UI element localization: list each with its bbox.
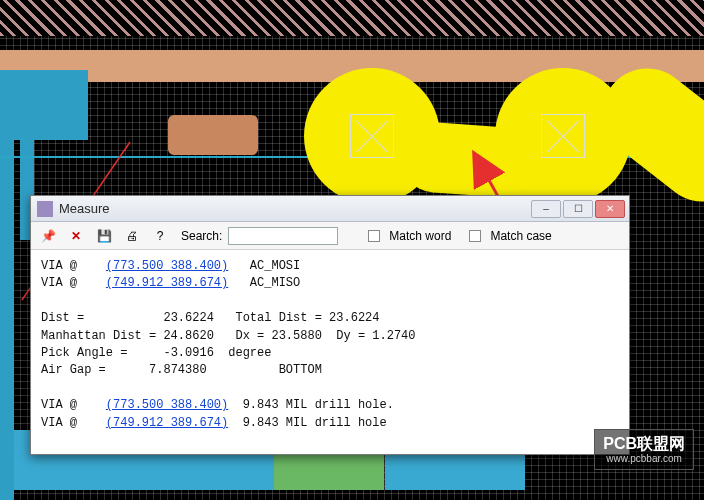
hatch-region bbox=[0, 0, 704, 36]
via2-coord-link[interactable]: (749.912 389.674) bbox=[106, 276, 228, 290]
via-pad-1[interactable] bbox=[304, 68, 440, 204]
dy-label: Dy = bbox=[336, 329, 365, 343]
via-pad-2[interactable] bbox=[495, 68, 631, 204]
help-button[interactable]: ? bbox=[149, 225, 171, 247]
maximize-button[interactable]: ☐ bbox=[563, 200, 593, 218]
via1-coord-link[interactable]: (773.500 388.400) bbox=[106, 259, 228, 273]
total-dist-value: 23.6224 bbox=[329, 311, 379, 325]
dx-value: 23.5880 bbox=[271, 329, 321, 343]
watermark-url: www.pcbbar.com bbox=[603, 453, 685, 465]
titlebar[interactable]: Measure – ☐ ✕ bbox=[31, 196, 629, 222]
watermark-title: PCB联盟网 bbox=[603, 435, 685, 452]
measure-window: Measure – ☐ ✕ 📌 ✕ 💾 🖨 ? Search: Match wo… bbox=[30, 195, 630, 455]
cyan-shape-2 bbox=[0, 140, 14, 500]
match-word-label: Match word bbox=[389, 229, 451, 243]
toolbar: 📌 ✕ 💾 🖨 ? Search: Match word Match case bbox=[31, 222, 629, 250]
dist-label: Dist = bbox=[41, 311, 84, 325]
drill2-desc: 9.843 MIL drill hole bbox=[243, 416, 387, 430]
manhattan-label: Manhattan Dist = bbox=[41, 329, 156, 343]
pin-icon: 📌 bbox=[41, 229, 56, 243]
pick-angle-unit: degree bbox=[228, 346, 271, 360]
cyan-shape-1 bbox=[0, 70, 88, 140]
pick-angle-value: -3.0916 bbox=[163, 346, 213, 360]
drill1-coord-link[interactable]: (773.500 388.400) bbox=[106, 398, 228, 412]
match-case-label: Match case bbox=[490, 229, 551, 243]
drill2-coord-link[interactable]: (749.912 389.674) bbox=[106, 416, 228, 430]
green-shape bbox=[274, 454, 384, 490]
via2-prefix: VIA @ bbox=[41, 276, 77, 290]
print-icon: 🖨 bbox=[126, 229, 138, 243]
total-dist-label: Total Dist = bbox=[235, 311, 321, 325]
help-icon: ? bbox=[157, 229, 164, 243]
measure-output: VIA @ (773.500 388.400) AC_MOSI VIA @ (7… bbox=[31, 250, 629, 454]
pin-button[interactable]: 📌 bbox=[37, 225, 59, 247]
dx-label: Dx = bbox=[235, 329, 264, 343]
pick-angle-label: Pick Angle = bbox=[41, 346, 127, 360]
x-icon: ✕ bbox=[71, 229, 81, 243]
minimize-button[interactable]: – bbox=[531, 200, 561, 218]
drill1-prefix: VIA @ bbox=[41, 398, 77, 412]
save-icon: 💾 bbox=[97, 229, 112, 243]
air-gap-value: 7.874380 bbox=[149, 363, 207, 377]
window-title: Measure bbox=[59, 201, 110, 216]
app-icon bbox=[37, 201, 53, 217]
match-case-checkbox[interactable] bbox=[469, 230, 481, 242]
save-button[interactable]: 💾 bbox=[93, 225, 115, 247]
trace-stub bbox=[168, 115, 258, 155]
dist-value: 23.6224 bbox=[163, 311, 213, 325]
pad-cross-icon bbox=[541, 114, 585, 158]
drill2-prefix: VIA @ bbox=[41, 416, 77, 430]
bottom-label: BOTTOM bbox=[279, 363, 322, 377]
close-button[interactable]: ✕ bbox=[595, 200, 625, 218]
drill1-desc: 9.843 MIL drill hole. bbox=[243, 398, 394, 412]
clear-button[interactable]: ✕ bbox=[65, 225, 87, 247]
via1-prefix: VIA @ bbox=[41, 259, 77, 273]
via1-net: AC_MOSI bbox=[250, 259, 300, 273]
manhattan-value: 24.8620 bbox=[163, 329, 213, 343]
print-button[interactable]: 🖨 bbox=[121, 225, 143, 247]
pad-cross-icon bbox=[350, 114, 394, 158]
watermark: PCB联盟网 www.pcbbar.com bbox=[594, 429, 694, 470]
air-gap-label: Air Gap = bbox=[41, 363, 106, 377]
match-word-checkbox[interactable] bbox=[368, 230, 380, 242]
search-label: Search: bbox=[181, 229, 222, 243]
via2-net: AC_MISO bbox=[250, 276, 300, 290]
search-input[interactable] bbox=[228, 227, 338, 245]
dy-value: 1.2740 bbox=[372, 329, 415, 343]
